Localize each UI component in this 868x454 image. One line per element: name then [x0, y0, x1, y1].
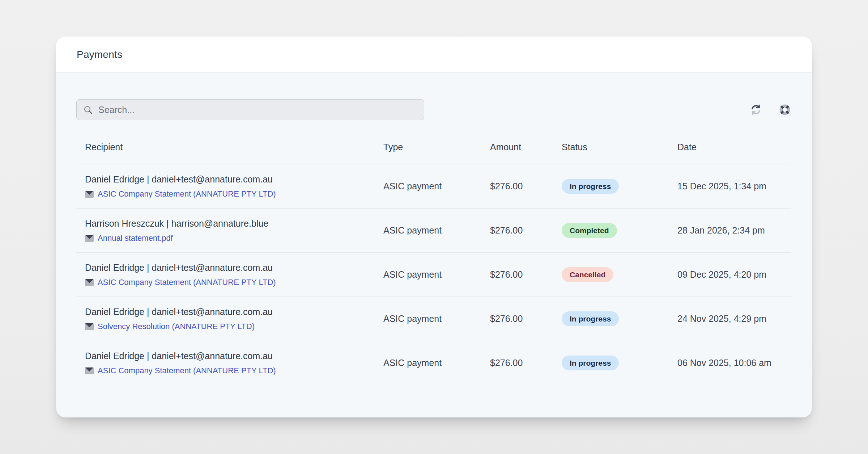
document-row: Annual statement.pdf	[85, 234, 375, 243]
payments-panel: Payments Search...	[56, 37, 812, 417]
recipient-cell: Harrison Hreszczuk | harrison@annature.b…	[76, 209, 375, 253]
type-cell: ASIC payment	[375, 164, 481, 209]
document-row: ASIC Company Statement (ANNATURE PTY LTD…	[85, 366, 375, 375]
status-cell: In progress	[553, 164, 669, 209]
status-cell: Cancelled	[553, 253, 669, 297]
envelope-icon	[85, 323, 94, 330]
column-header-amount: Amount	[481, 131, 553, 164]
status-badge: In progress	[562, 356, 619, 370]
status-cell: Completed	[553, 209, 669, 253]
table-row: Daniel Edridge | daniel+test@annature.co…	[76, 341, 791, 385]
envelope-icon	[85, 235, 94, 242]
status-cell: In progress	[553, 297, 669, 341]
date-cell: 06 Nov 2025, 10:06 am	[669, 341, 791, 385]
payments-table-wrap: Recipient Type Amount Status Date Daniel…	[76, 131, 792, 385]
type-cell: ASIC payment	[375, 297, 481, 341]
refresh-icon[interactable]	[750, 104, 762, 115]
amount-cell: $276.00	[481, 341, 553, 385]
page-title: Payments	[77, 49, 122, 60]
amount-cell: $276.00	[481, 164, 553, 209]
status-cell: In progress	[553, 341, 669, 385]
envelope-icon	[85, 191, 94, 198]
document-link[interactable]: ASIC Company Statement (ANNATURE PTY LTD…	[98, 189, 276, 199]
column-header-recipient: Recipient	[76, 131, 375, 164]
date-cell: 15 Dec 2025, 1:34 pm	[669, 164, 791, 209]
document-link[interactable]: Annual statement.pdf	[98, 234, 173, 243]
document-link[interactable]: ASIC Company Statement (ANNATURE PTY LTD…	[98, 278, 276, 287]
document-row: ASIC Company Statement (ANNATURE PTY LTD…	[85, 189, 375, 199]
type-cell: ASIC payment	[375, 341, 481, 385]
lifebuoy-icon[interactable]	[779, 104, 791, 116]
recipient-name: Harrison Hreszczuk | harrison@annature.b…	[85, 218, 375, 229]
status-badge: In progress	[562, 311, 619, 326]
recipient-cell: Daniel Edridge | daniel+test@annature.co…	[76, 297, 375, 341]
date-cell: 24 Nov 2025, 4:29 pm	[669, 297, 791, 341]
search-placeholder: Search...	[98, 105, 135, 115]
recipient-name: Daniel Edridge | daniel+test@annature.co…	[85, 350, 375, 361]
recipient-cell: Daniel Edridge | daniel+test@annature.co…	[76, 164, 375, 209]
type-cell: ASIC payment	[375, 253, 481, 297]
toolbar-icons	[750, 104, 792, 116]
date-cell: 28 Jan 2026, 2:34 pm	[669, 209, 791, 253]
status-badge: Cancelled	[562, 267, 613, 282]
envelope-icon	[85, 367, 94, 374]
column-header-status: Status	[553, 131, 669, 164]
search-input[interactable]: Search...	[76, 99, 424, 120]
document-row: ASIC Company Statement (ANNATURE PTY LTD…	[85, 278, 375, 287]
document-link[interactable]: Solvency Resolution (ANNATURE PTY LTD)	[98, 322, 255, 331]
toolbar: Search...	[76, 99, 792, 120]
panel-header: Payments	[56, 37, 812, 73]
recipient-cell: Daniel Edridge | daniel+test@annature.co…	[76, 341, 375, 385]
status-badge: Completed	[562, 223, 617, 238]
envelope-icon	[85, 279, 94, 286]
type-cell: ASIC payment	[375, 209, 481, 253]
panel-body: Search...	[56, 99, 812, 385]
recipient-name: Daniel Edridge | daniel+test@annature.co…	[85, 262, 375, 273]
amount-cell: $276.00	[481, 297, 553, 341]
search-icon	[83, 105, 93, 115]
recipient-name: Daniel Edridge | daniel+test@annature.co…	[85, 174, 375, 185]
table-row: Harrison Hreszczuk | harrison@annature.b…	[76, 209, 791, 253]
table-row: Daniel Edridge | daniel+test@annature.co…	[76, 253, 791, 297]
document-row: Solvency Resolution (ANNATURE PTY LTD)	[85, 322, 375, 331]
amount-cell: $276.00	[481, 253, 553, 297]
table-header-row: Recipient Type Amount Status Date	[76, 131, 791, 164]
recipient-name: Daniel Edridge | daniel+test@annature.co…	[85, 306, 375, 317]
document-link[interactable]: ASIC Company Statement (ANNATURE PTY LTD…	[98, 366, 276, 375]
table-row: Daniel Edridge | daniel+test@annature.co…	[76, 164, 791, 209]
payments-table: Recipient Type Amount Status Date Daniel…	[76, 131, 791, 385]
recipient-cell: Daniel Edridge | daniel+test@annature.co…	[76, 253, 375, 297]
column-header-date: Date	[669, 131, 791, 164]
table-row: Daniel Edridge | daniel+test@annature.co…	[76, 297, 791, 341]
status-badge: In progress	[562, 179, 619, 194]
amount-cell: $276.00	[481, 209, 553, 253]
column-header-type: Type	[375, 131, 481, 164]
date-cell: 09 Dec 2025, 4:20 pm	[669, 253, 791, 297]
